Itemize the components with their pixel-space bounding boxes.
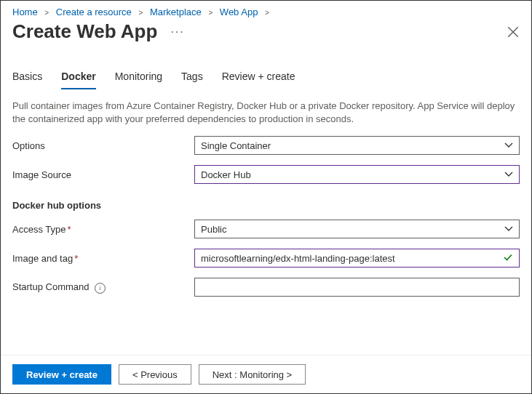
chevron-right-icon: > xyxy=(44,9,49,17)
row-startup-command: Startup Command i xyxy=(12,278,520,297)
row-image-and-tag: Image and tag* microsoftlearning/edx-htm… xyxy=(12,249,520,268)
tab-bar: Basics Docker Monitoring Tags Review + c… xyxy=(1,49,531,89)
label-options: Options xyxy=(12,140,194,151)
breadcrumb-create-resource[interactable]: Create a resource xyxy=(56,7,132,17)
docker-form: Options Single Container Image Source Do… xyxy=(1,126,531,307)
breadcrumb-marketplace[interactable]: Marketplace xyxy=(150,7,202,17)
tab-monitoring[interactable]: Monitoring xyxy=(115,71,162,89)
image-source-value: Docker Hub xyxy=(201,169,251,180)
chevron-right-icon: > xyxy=(208,9,213,17)
row-access-type: Access Type* Public xyxy=(12,220,520,238)
previous-button[interactable]: < Previous xyxy=(119,364,191,385)
chevron-down-icon xyxy=(504,141,513,150)
image-and-tag-input[interactable]: microsoftlearning/edx-html-landing-page:… xyxy=(194,249,520,268)
description-text: Pull container images from Azure Contain… xyxy=(1,89,531,126)
create-web-app-panel: Home > Create a resource > Marketplace >… xyxy=(0,0,532,394)
page-title: Create Web App xyxy=(12,20,157,43)
row-image-source: Image Source Docker Hub xyxy=(12,165,520,184)
label-access-type: Access Type* xyxy=(12,224,194,235)
tab-tags[interactable]: Tags xyxy=(181,71,203,89)
chevron-down-icon xyxy=(504,170,513,179)
label-image-and-tag: Image and tag* xyxy=(12,253,194,264)
tab-docker[interactable]: Docker xyxy=(61,71,95,89)
next-button[interactable]: Next : Monitoring > xyxy=(199,364,306,385)
info-icon[interactable]: i xyxy=(95,283,106,294)
chevron-right-icon: > xyxy=(265,9,269,17)
tab-basics[interactable]: Basics xyxy=(12,71,42,89)
label-startup-command: Startup Command i xyxy=(12,281,194,294)
label-image-source: Image Source xyxy=(12,169,194,180)
access-type-dropdown[interactable]: Public xyxy=(194,220,520,238)
access-type-value: Public xyxy=(201,224,226,235)
more-actions-icon[interactable]: ··· xyxy=(170,25,184,39)
required-asterisk: * xyxy=(74,253,78,264)
options-dropdown[interactable]: Single Container xyxy=(194,136,520,155)
image-source-dropdown[interactable]: Docker Hub xyxy=(194,165,520,184)
review-create-button[interactable]: Review + create xyxy=(12,364,111,385)
chevron-right-icon: > xyxy=(138,9,143,17)
tab-review-create[interactable]: Review + create xyxy=(222,71,295,89)
docker-hub-options-heading: Docker hub options xyxy=(12,200,520,211)
breadcrumb-web-app[interactable]: Web App xyxy=(220,7,258,17)
check-icon xyxy=(503,252,513,265)
title-row: Create Web App ··· xyxy=(1,17,531,49)
startup-command-input[interactable] xyxy=(194,278,520,297)
chevron-down-icon xyxy=(504,225,513,233)
footer-bar: Review + create < Previous Next : Monito… xyxy=(1,355,531,393)
required-asterisk: * xyxy=(67,224,71,235)
row-options: Options Single Container xyxy=(12,136,520,155)
image-and-tag-value: microsoftlearning/edx-html-landing-page:… xyxy=(201,253,395,264)
options-value: Single Container xyxy=(201,140,271,151)
breadcrumb-home[interactable]: Home xyxy=(12,7,38,17)
close-icon[interactable] xyxy=(507,25,520,39)
breadcrumb: Home > Create a resource > Marketplace >… xyxy=(1,1,531,17)
